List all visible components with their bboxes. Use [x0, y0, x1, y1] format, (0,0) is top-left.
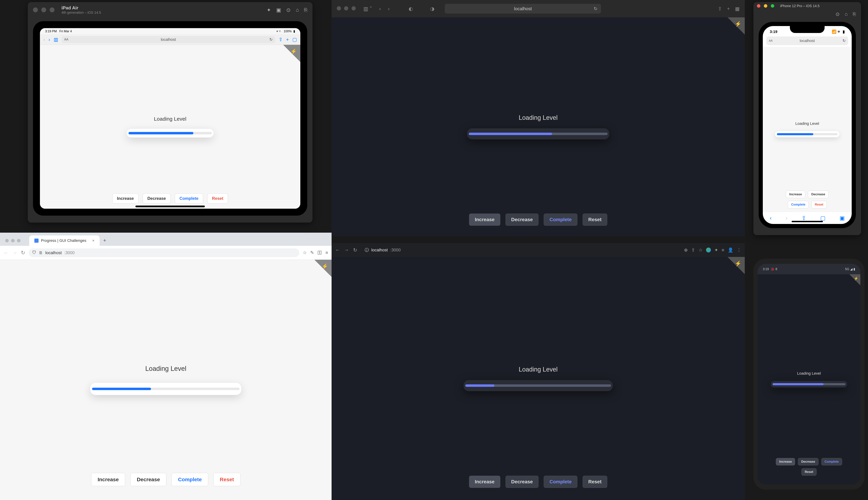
sparkle-icon[interactable]: ✦: [267, 7, 271, 13]
decrease-button[interactable]: Decrease: [798, 458, 818, 465]
url-field[interactable]: localhost ↻: [445, 4, 601, 13]
reset-button[interactable]: Reset: [207, 193, 228, 204]
back-icon[interactable]: ‹: [770, 215, 772, 221]
forward-icon[interactable]: →: [12, 250, 18, 256]
back-icon[interactable]: ←: [3, 250, 9, 256]
browser-tab[interactable]: Progress | GUI Challenges ×: [29, 236, 100, 246]
minimize-icon[interactable]: [11, 239, 14, 242]
screenshot-icon[interactable]: ⊙: [835, 11, 840, 17]
complete-button[interactable]: Complete: [172, 473, 208, 486]
info-icon[interactable]: ⓘ: [365, 247, 369, 253]
tab-close-icon[interactable]: ×: [92, 238, 94, 243]
forward-icon[interactable]: ›: [786, 215, 788, 221]
newtab-icon[interactable]: +: [103, 238, 106, 243]
sidebar-icon[interactable]: ▥ ˅: [362, 6, 374, 12]
screenshot-icon[interactable]: ▣: [276, 7, 281, 13]
complete-button[interactable]: Complete: [544, 214, 578, 226]
increase-button[interactable]: Increase: [776, 458, 795, 465]
sidebar-icon[interactable]: ▥: [54, 37, 58, 42]
reset-button[interactable]: Reset: [583, 476, 607, 488]
close-icon[interactable]: [337, 6, 341, 10]
shield-icon[interactable]: ◐: [409, 6, 413, 12]
forward-icon[interactable]: ›: [386, 6, 391, 12]
forward-icon[interactable]: ›: [48, 37, 50, 42]
reset-button[interactable]: Reset: [811, 201, 826, 208]
home-indicator[interactable]: [135, 206, 205, 207]
minimize-icon[interactable]: [764, 4, 767, 8]
zoom-icon[interactable]: [17, 239, 21, 242]
increase-button[interactable]: Increase: [786, 191, 805, 198]
extension-icon[interactable]: ✎: [310, 250, 314, 255]
tabs-icon[interactable]: ▣: [840, 215, 845, 221]
url-field[interactable]: AA localhost ↻: [61, 36, 275, 43]
lock-icon[interactable]: 🗎: [39, 250, 43, 255]
complete-button[interactable]: Complete: [788, 201, 809, 208]
extensions-icon[interactable]: ✦: [715, 247, 718, 253]
decrease-button[interactable]: Decrease: [130, 473, 166, 486]
profile-icon[interactable]: 👤: [728, 247, 733, 253]
decrease-button[interactable]: Decrease: [808, 191, 829, 198]
url-field[interactable]: AA localhost ↻: [766, 36, 848, 45]
zoom-icon[interactable]: [50, 8, 55, 12]
complete-button[interactable]: Complete: [544, 476, 578, 488]
increase-button[interactable]: Increase: [112, 193, 138, 204]
menu-icon[interactable]: ≡: [326, 250, 328, 255]
shield-icon[interactable]: ⛉: [32, 250, 36, 255]
forward-icon[interactable]: →: [344, 247, 349, 253]
reader-icon[interactable]: AA: [64, 38, 68, 41]
back-icon[interactable]: ←: [335, 247, 340, 253]
window-traffic-lights[interactable]: [33, 8, 55, 12]
tabs-icon[interactable]: ▦: [735, 6, 740, 12]
tabs-icon[interactable]: ▢: [292, 37, 297, 42]
home-icon[interactable]: ⌂: [296, 7, 299, 13]
star-icon[interactable]: ☆: [303, 250, 307, 255]
share-icon[interactable]: ⇪: [278, 37, 283, 42]
reset-button[interactable]: Reset: [213, 473, 240, 486]
menu-icon[interactable]: ⋮: [737, 247, 741, 253]
zoom-icon[interactable]: [352, 6, 356, 10]
reload-icon[interactable]: ↻: [843, 38, 846, 43]
list-icon[interactable]: ≡: [722, 247, 724, 253]
url-field[interactable]: ⛉ 🗎 localhost:3000: [28, 248, 299, 257]
newtab-icon[interactable]: +: [286, 37, 289, 42]
reset-button[interactable]: Reset: [801, 468, 816, 476]
increase-button[interactable]: Increase: [469, 214, 500, 226]
decrease-button[interactable]: Decrease: [505, 214, 539, 226]
zoom-icon[interactable]: [771, 4, 774, 8]
record-icon[interactable]: ⊙: [286, 7, 290, 13]
home-icon[interactable]: ⌂: [845, 11, 848, 17]
reset-button[interactable]: Reset: [583, 214, 607, 226]
complete-button[interactable]: Complete: [175, 193, 203, 204]
reload-icon[interactable]: ↻: [353, 247, 357, 253]
increase-button[interactable]: Increase: [91, 473, 125, 486]
install-icon[interactable]: ⊕: [684, 247, 688, 253]
privacy-icon[interactable]: ◑: [430, 6, 434, 12]
close-icon[interactable]: [757, 4, 761, 8]
star-icon[interactable]: ☆: [699, 247, 703, 253]
share-icon[interactable]: ⇪: [801, 215, 806, 221]
reload-icon[interactable]: ↻: [21, 250, 25, 256]
window-traffic-lights[interactable]: [337, 6, 358, 11]
minimize-icon[interactable]: [344, 6, 348, 10]
decrease-button[interactable]: Decrease: [143, 193, 171, 204]
url-field[interactable]: ⓘ localhost:3000: [365, 247, 401, 253]
back-icon[interactable]: ‹: [43, 37, 45, 42]
rotate-icon[interactable]: ⎘: [304, 7, 307, 13]
bookmarks-icon[interactable]: ▢: [820, 215, 825, 221]
reader-icon[interactable]: AA: [769, 39, 773, 42]
close-icon[interactable]: [5, 239, 9, 242]
share-icon[interactable]: ⇪: [718, 6, 722, 12]
complete-button[interactable]: Complete: [821, 458, 842, 465]
reload-icon[interactable]: ↻: [270, 37, 273, 42]
key-icon[interactable]: ⚿: [318, 250, 322, 255]
increase-button[interactable]: Increase: [469, 476, 500, 488]
close-icon[interactable]: [33, 8, 38, 12]
minimize-icon[interactable]: [41, 8, 46, 12]
rotate-icon[interactable]: ⎘: [853, 11, 856, 17]
share-icon[interactable]: ⇪: [691, 247, 695, 253]
extension-icon[interactable]: [706, 248, 711, 252]
reload-icon[interactable]: ↻: [594, 6, 597, 11]
decrease-button[interactable]: Decrease: [505, 476, 539, 488]
back-icon[interactable]: ‹: [377, 6, 382, 12]
window-traffic-lights[interactable]: [757, 4, 774, 8]
